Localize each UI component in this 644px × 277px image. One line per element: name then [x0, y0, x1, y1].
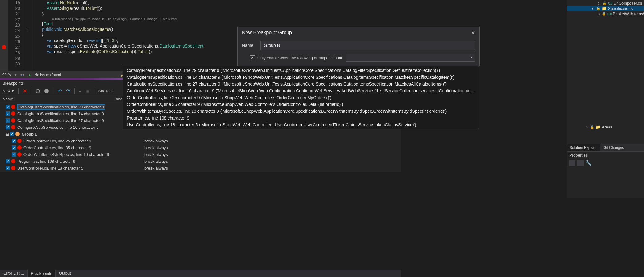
breakpoint-dot-icon — [11, 166, 15, 170]
circle-outline-icon — [36, 89, 40, 93]
breakpoint-dropdown-list: CatalogFilterSpecification.cs, line 29 c… — [123, 66, 479, 129]
expand-icon[interactable]: ▷ — [598, 12, 600, 15]
wrench-icon[interactable]: 🔧 — [585, 160, 592, 166]
categorize-button[interactable] — [569, 160, 575, 166]
group-button[interactable]: ▦ — [86, 89, 89, 93]
dropdown-item[interactable]: OrderWithItemsByIdSpec.cs, line 10 chara… — [123, 108, 479, 115]
group-name-input[interactable] — [260, 41, 475, 50]
breakpoint-row[interactable]: ✓OrderController.cs, line 25 character 9… — [0, 137, 401, 144]
name-label: Name: — [242, 43, 257, 48]
breakpoint-row[interactable]: ✓OrderController.cs, line 35 character 9… — [0, 144, 401, 151]
dropdown-item[interactable]: OrderController.cs, line 25 character 9 … — [123, 94, 479, 101]
expand-icon[interactable]: ▷ — [598, 2, 601, 5]
enable-when-hit-label: Only enable when the following breakpoin… — [257, 56, 343, 60]
expand-icon[interactable]: ▾ — [592, 7, 595, 10]
breakpoint-label: Program.cs, line 108 character 9 — [17, 159, 75, 164]
undo-button[interactable]: ↶ — [58, 88, 62, 94]
dropdown-item[interactable]: ConfigureWebServices.cs, line 16 charact… — [123, 87, 479, 94]
fold-column[interactable]: ⊟ — [23, 0, 32, 71]
breakpoint-dot-icon — [15, 132, 20, 136]
checkbox[interactable]: ✓ — [12, 152, 16, 157]
breakpoint-label: CatalogItemsSpecification.cs, line 14 ch… — [17, 111, 104, 116]
breakpoint-group-row[interactable]: ⊟✓Group 1 — [0, 131, 401, 137]
column-name-header[interactable]: Name — [2, 97, 114, 101]
properties-panel: Properties 🔧 — [567, 151, 644, 167]
dropdown-item[interactable]: CatalogItemsSpecification.cs, line 14 ch… — [123, 74, 479, 81]
breakpoint-row[interactable]: ✓UserController.cs, line 18 character 5b… — [0, 165, 401, 171]
breakpoint-condition: break always — [144, 152, 168, 157]
breakpoint-label: OrderController.cs, line 35 character 9 — [23, 145, 91, 150]
breakpoint-row[interactable]: ✓OrderWithItemsByIdSpec.cs, line 10 char… — [0, 151, 401, 158]
show-columns-button[interactable]: Show C — [98, 89, 113, 93]
checkbox[interactable]: ✓ — [10, 132, 14, 136]
folder-icon: 📁 — [596, 125, 600, 129]
breakpoint-condition: break always — [144, 159, 168, 164]
breakpoint-label: Group 1 — [22, 132, 37, 136]
enable-when-hit-checkbox[interactable]: ✓ — [250, 55, 255, 60]
tab-error-list[interactable]: Error List ... — [0, 269, 27, 277]
expand-icon[interactable]: ▷ — [586, 125, 589, 129]
go-to-source-button[interactable]: ≡ — [79, 89, 81, 93]
delete-breakpoint-button[interactable]: ✕ — [23, 88, 27, 94]
csharp-file-icon: C# — [608, 2, 612, 5]
breakpoint-dot-icon — [11, 159, 15, 163]
folder-icon: 📁 — [602, 6, 607, 11]
glasses-icon[interactable]: 👓 — [20, 73, 25, 77]
breakpoint-dot-icon — [17, 139, 22, 143]
redo-button[interactable]: ↷ — [66, 88, 70, 94]
breakpoint-condition: break always — [144, 166, 168, 170]
dropdown-item[interactable]: CatalogFilterSpecification.cs, line 29 c… — [123, 67, 479, 74]
breakpoint-label: OrderWithItemsByIdSpec.cs, line 10 chara… — [23, 152, 109, 157]
close-icon[interactable]: ✕ — [471, 30, 475, 36]
tree-item[interactable]: ▾🔒📁Specifications — [567, 6, 644, 11]
breakpoint-select-dropdown[interactable] — [346, 54, 475, 62]
dropdown-item[interactable]: OrderController.cs, line 35 character 9 … — [123, 101, 479, 108]
breakpoint-dot-icon — [11, 125, 15, 129]
zoom-level[interactable]: 90 % — [2, 73, 11, 77]
tree-label: UriComposer.cs — [613, 1, 642, 6]
breakpoint-dot-icon — [11, 118, 15, 123]
new-breakpoint-group-dialog: New Breakpoint Group ✕ Name: ✓ Only enab… — [237, 27, 480, 66]
chevron-down-icon[interactable]: ▾ — [15, 73, 16, 77]
tree-item[interactable]: ▷🔒C#UriComposer.cs — [567, 1, 644, 6]
tab-git-changes[interactable]: Git Changes — [600, 144, 627, 151]
alphabetize-button[interactable] — [577, 160, 584, 166]
checkbox[interactable]: ✓ — [6, 111, 10, 116]
circle-fill-icon — [44, 89, 49, 93]
dropdown-item[interactable]: CatalogItemsSpecification.cs, line 27 ch… — [123, 81, 479, 87]
checkbox[interactable]: ✓ — [6, 125, 10, 129]
breakpoint-dot-icon — [17, 145, 22, 150]
tab-solution-explorer[interactable]: Solution Explorer — [567, 144, 600, 151]
tab-breakpoints[interactable]: Breakpoints — [27, 270, 56, 277]
dropdown-item[interactable]: Program.cs, line 108 character 9 — [123, 115, 479, 121]
checkbox[interactable]: ✓ — [6, 105, 10, 109]
enable-all-button[interactable] — [44, 89, 49, 93]
breakpoint-label: ConfigureWebServices.cs, line 16 charact… — [17, 125, 99, 130]
tree-item[interactable]: ▷🔒C#BasketWithItemsSpecific — [567, 11, 644, 16]
collapse-icon[interactable]: ⊟ — [6, 132, 9, 136]
checkbox[interactable]: ✓ — [6, 166, 10, 170]
breakpoint-dot-icon — [11, 105, 15, 109]
lock-icon: 🔒 — [596, 6, 600, 10]
breakpoint-dot-icon[interactable] — [2, 45, 6, 49]
lock-icon: 🔒 — [602, 1, 607, 5]
tree-item-areas[interactable]: ▷ 🔒 📁 Areas — [567, 124, 644, 130]
solution-explorer-tabs: Solution Explorer Git Changes — [567, 144, 644, 151]
chevron-down-icon: ▾ — [12, 89, 14, 93]
breakpoint-gutter[interactable] — [0, 0, 8, 71]
checkbox[interactable]: ✓ — [12, 139, 16, 143]
breakpoint-row[interactable]: ✓Program.cs, line 108 character 9break a… — [0, 158, 401, 165]
checkbox[interactable]: ✓ — [6, 159, 10, 163]
checkbox[interactable]: ✓ — [6, 118, 10, 123]
tab-output[interactable]: Output — [56, 269, 74, 277]
breakpoint-dot-icon — [11, 111, 15, 116]
dropdown-item[interactable]: UserController.cs, line 18 character 5 (… — [123, 121, 479, 128]
checkbox[interactable]: ✓ — [12, 145, 16, 150]
lock-icon: 🔒 — [602, 12, 606, 16]
breakpoint-label: CatalogFilterSpecification.cs, line 29 c… — [17, 104, 105, 110]
new-breakpoint-button[interactable]: New ▾ — [2, 89, 14, 93]
bottom-tool-tabs: Error List ... Breakpoints Output — [0, 270, 401, 277]
disable-all-button[interactable] — [36, 89, 40, 93]
collapse-icon[interactable]: ⊟ — [23, 28, 32, 32]
dialog-title: New Breakpoint Group — [242, 30, 292, 36]
